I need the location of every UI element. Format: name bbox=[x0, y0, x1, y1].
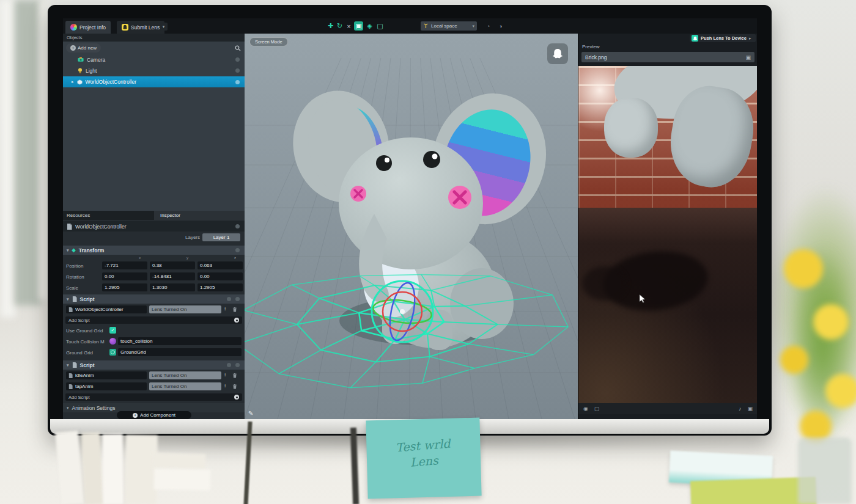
add-component-button[interactable]: + Add Component bbox=[117, 411, 191, 419]
rotation-x-field[interactable]: 0.00 bbox=[102, 272, 147, 280]
prop-ground-grid: Ground Grid GroundGrid bbox=[63, 348, 245, 357]
move-tool-icon[interactable]: ✚ bbox=[326, 21, 335, 31]
position-y-field[interactable]: 0.38 bbox=[150, 261, 195, 269]
add-new-button[interactable]: + Add new bbox=[66, 43, 101, 53]
add-script-button[interactable]: Add Script bbox=[65, 316, 242, 324]
script-event-dropdown[interactable]: Lens Turned On bbox=[149, 382, 221, 390]
rotate-tool-icon[interactable]: ↻ bbox=[335, 21, 344, 31]
space-mode-dropdown[interactable]: Local space ▾ bbox=[421, 21, 477, 31]
script-copy-dot[interactable] bbox=[227, 363, 231, 367]
prop-touch-collision: Touch Collision M touch_collision bbox=[63, 337, 245, 346]
chevron-down-icon: ▾ bbox=[472, 24, 474, 29]
expand-caret-icon[interactable]: ▸ bbox=[72, 79, 74, 84]
collapse-caret-icon: ▾ bbox=[67, 406, 69, 411]
device-icon[interactable]: ▢ bbox=[594, 406, 600, 412]
resources-tab[interactable]: Resources bbox=[63, 211, 154, 220]
script-file-icon bbox=[67, 224, 72, 230]
tab-submit-lens[interactable]: Submit Lens bbox=[117, 21, 164, 34]
scale-row: Scale 1.2905 1.3030 1.2905 bbox=[63, 283, 245, 292]
capture-icon[interactable]: ▣ bbox=[747, 406, 753, 412]
search-icon[interactable] bbox=[235, 45, 241, 51]
script-event-dropdown[interactable]: Lens Turned On bbox=[149, 371, 221, 379]
position-x-field[interactable]: -7.721 bbox=[102, 261, 147, 269]
visibility-toggle[interactable] bbox=[235, 57, 240, 62]
snap-camera-icon[interactable]: ◉ bbox=[583, 406, 588, 412]
script-copy-dot[interactable] bbox=[227, 297, 231, 301]
transform-header[interactable]: ▾ ◆ Transform bbox=[63, 246, 245, 255]
add-script-button[interactable]: Add Script bbox=[65, 393, 242, 401]
resource-menu-dot[interactable] bbox=[235, 224, 240, 228]
rotation-row: Rotation 0.00 -14.8481 0.00 bbox=[63, 272, 245, 281]
push-lens-button[interactable]: Push Lens To Device ▸ bbox=[690, 34, 756, 42]
position-z-field[interactable]: 0.063 bbox=[197, 261, 243, 269]
trash-icon[interactable] bbox=[232, 384, 237, 389]
add-circle-icon bbox=[234, 395, 239, 400]
script2-row-idle: idleAnim Lens Turned On ↕ bbox=[63, 371, 245, 380]
ar-elephant-foot bbox=[604, 98, 658, 158]
scale-x-field[interactable]: 1.2905 bbox=[102, 283, 147, 291]
script-name-field[interactable]: WorldObjectController bbox=[66, 305, 147, 313]
preview-source-dropdown[interactable]: Brick.png ▣ bbox=[581, 52, 755, 62]
stepper-icon[interactable]: ↕ bbox=[224, 383, 226, 389]
annotate-icon[interactable]: ✎ bbox=[248, 410, 253, 417]
touch-collision-field[interactable]: touch_collision bbox=[118, 337, 242, 345]
visibility-toggle[interactable] bbox=[235, 68, 240, 73]
objects-panel-title: Objects bbox=[63, 34, 245, 42]
object-row-worldobjectcontroller[interactable]: ▸ WorldObjectController bbox=[63, 76, 245, 87]
script-icon bbox=[72, 296, 77, 302]
object-row-camera[interactable]: Camera bbox=[63, 54, 245, 65]
row-label: Position bbox=[66, 263, 83, 269]
elephant-shadow-2 bbox=[582, 266, 626, 301]
script-menu-dot[interactable] bbox=[235, 297, 240, 301]
script-menu-dot[interactable] bbox=[235, 363, 240, 367]
row-label: Rotation bbox=[66, 274, 84, 280]
preview-image[interactable] bbox=[578, 66, 757, 403]
manipulate-tool-icon[interactable]: ◈ bbox=[365, 21, 374, 31]
rotation-y-field[interactable]: -14.8481 bbox=[150, 272, 195, 280]
audio-icon[interactable]: ♪ bbox=[739, 406, 742, 412]
add-new-label: Add new bbox=[78, 45, 97, 51]
collapse-caret-icon: ▾ bbox=[67, 363, 69, 368]
visibility-toggle[interactable] bbox=[235, 80, 240, 84]
scene-viewport[interactable]: Screen Mode ✎ bbox=[245, 34, 578, 419]
desk-scene: Project Info Submit Lens ▾ ✚ ↻ × ▣ ◈ ▢ bbox=[0, 0, 856, 504]
transform-icon: ◆ bbox=[72, 247, 76, 253]
screen-mode-button[interactable]: Screen Mode bbox=[249, 37, 288, 46]
trash-icon[interactable] bbox=[232, 373, 237, 378]
object-label: Camera bbox=[87, 57, 105, 63]
resource-row[interactable]: WorldObjectController bbox=[63, 221, 245, 232]
stepper-icon[interactable]: ↕ bbox=[224, 306, 226, 312]
script1-header[interactable]: ▾ Script bbox=[63, 294, 245, 304]
frame-tool-icon[interactable]: ▢ bbox=[375, 21, 385, 31]
window-pane bbox=[15, 0, 42, 305]
window-frame bbox=[0, 0, 16, 318]
add-icon: + bbox=[70, 45, 76, 51]
camera-pan-tool-icon[interactable]: ▣ bbox=[354, 21, 363, 31]
pin-icon[interactable]: ◔ bbox=[484, 21, 493, 31]
prop-use-ground-grid: Use Ground Grid ✓ bbox=[63, 326, 245, 335]
tab-overflow-button[interactable]: ▾ bbox=[160, 23, 168, 31]
profile-icon[interactable]: ◑ bbox=[496, 21, 505, 31]
rotation-z-field[interactable]: 0.00 bbox=[197, 272, 243, 280]
chevron-right-icon: ▸ bbox=[749, 36, 751, 41]
inspector-tab[interactable]: Inspector bbox=[154, 211, 245, 220]
asphalt-ground bbox=[578, 208, 757, 403]
ground-grid-checkbox[interactable]: ✓ bbox=[109, 327, 116, 334]
script-name-field[interactable]: idleAnim bbox=[66, 371, 147, 379]
snapchat-ghost-button[interactable] bbox=[547, 43, 568, 64]
stepper-icon[interactable]: ↕ bbox=[224, 372, 226, 378]
scale-z-field[interactable]: 1.2905 bbox=[197, 283, 243, 291]
scale-y-field[interactable]: 1.3030 bbox=[150, 283, 195, 291]
transform-menu-dot[interactable] bbox=[235, 248, 240, 252]
trash-icon[interactable] bbox=[232, 307, 237, 312]
scale-tool-icon[interactable]: × bbox=[344, 21, 353, 31]
script2-header[interactable]: ▾ Script bbox=[63, 360, 245, 370]
script-name-field[interactable]: tapAnim bbox=[66, 382, 147, 390]
layer-dropdown[interactable]: Layer 1 bbox=[202, 233, 240, 241]
object-row-light[interactable]: Light bbox=[63, 65, 245, 76]
script-event-dropdown[interactable]: Lens Turned On bbox=[149, 305, 221, 313]
tab-project-info[interactable]: Project Info bbox=[65, 21, 111, 34]
ground-grid-field[interactable]: GroundGrid bbox=[118, 348, 242, 356]
push-ghost-icon bbox=[692, 35, 698, 42]
collision-sphere-icon bbox=[109, 338, 116, 345]
